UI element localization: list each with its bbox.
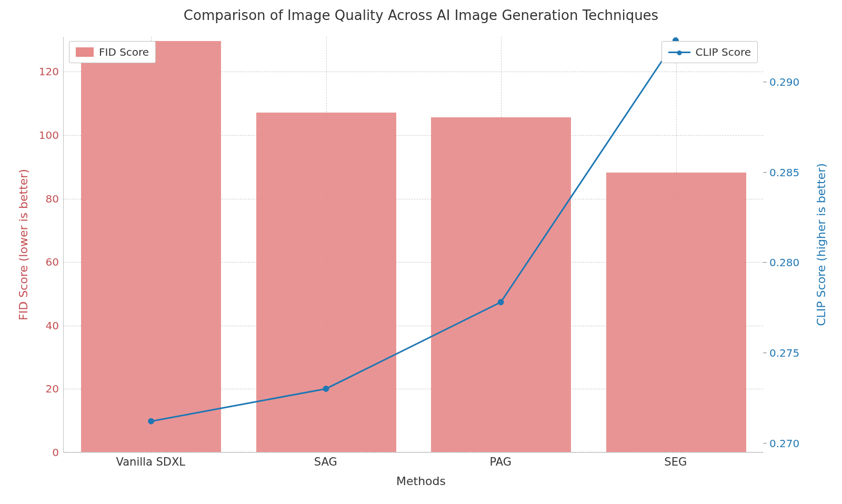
xtick: SAG bbox=[314, 456, 337, 468]
y-axis-left-label: FID Score (lower is better) bbox=[17, 169, 30, 320]
xtick: PAG bbox=[489, 456, 512, 468]
gridline bbox=[64, 452, 763, 453]
ytick-mark bbox=[763, 443, 767, 443]
ytick-left: 60 bbox=[46, 256, 59, 268]
svg-point-0 bbox=[148, 418, 154, 424]
ytick-left: 120 bbox=[39, 65, 59, 78]
ytick-right: 0.280 bbox=[769, 256, 799, 269]
ytick-right: 0.275 bbox=[769, 347, 799, 359]
x-axis-label: Methods bbox=[0, 475, 842, 488]
ytick-mark bbox=[763, 172, 767, 173]
legend-clip: CLIP Score bbox=[661, 41, 758, 63]
ytick-right: 0.290 bbox=[769, 76, 799, 88]
xtick: SEG bbox=[664, 456, 687, 468]
ytick-left: 80 bbox=[46, 193, 59, 205]
chart-title: Comparison of Image Quality Across AI Im… bbox=[0, 7, 842, 23]
plot-area: FID Score CLIP Score bbox=[63, 37, 763, 452]
ytick-mark bbox=[763, 263, 767, 263]
ytick-right: 0.270 bbox=[769, 437, 799, 450]
chart-figure: Comparison of Image Quality Across AI Im… bbox=[0, 0, 842, 504]
ytick-left: 100 bbox=[39, 129, 59, 142]
ytick-mark bbox=[763, 82, 767, 82]
legend-fid: FID Score bbox=[69, 41, 156, 63]
svg-point-2 bbox=[498, 299, 504, 305]
legend-swatch-line bbox=[668, 52, 690, 53]
ytick-left: 40 bbox=[46, 319, 59, 332]
ytick-mark bbox=[763, 352, 767, 353]
y-axis-right-label: CLIP Score (higher is better) bbox=[815, 163, 828, 326]
legend-clip-label: CLIP Score bbox=[696, 46, 751, 58]
svg-point-1 bbox=[323, 386, 329, 391]
ytick-left: 0 bbox=[52, 446, 59, 459]
legend-fid-label: FID Score bbox=[99, 46, 149, 58]
ytick-right: 0.285 bbox=[769, 166, 799, 179]
legend-swatch-bar bbox=[76, 47, 94, 57]
clip-line-series bbox=[64, 37, 763, 452]
xtick: Vanilla SDXL bbox=[116, 456, 185, 468]
ytick-left: 20 bbox=[46, 382, 59, 395]
